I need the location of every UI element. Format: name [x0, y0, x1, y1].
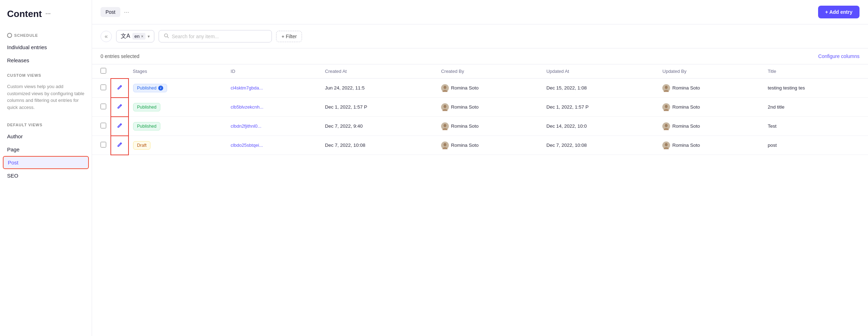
status-badge: Published — [133, 122, 160, 131]
edit-row-button[interactable] — [115, 102, 124, 112]
header-updated-at: Updated At — [542, 64, 658, 79]
row-stage-cell: Publishedi — [129, 79, 227, 98]
main-content: Post ··· + Add entry « 文A en × ▾ Search … — [92, 0, 868, 336]
row-stage-cell: Draft — [129, 136, 227, 155]
custom-views-desc: Custom views help you add customized vie… — [0, 80, 92, 116]
row-checkbox-cell — [92, 79, 111, 98]
edit-row-button[interactable] — [115, 83, 124, 93]
sidebar-item-page[interactable]: Page — [0, 143, 92, 156]
table-row: Draft clbdo25sbtqei... Dec 7, 2022, 10:0… — [92, 136, 868, 155]
updated-by-name: Romina Soto — [672, 85, 700, 91]
row-checkbox-cell — [92, 117, 111, 136]
info-icon[interactable]: i — [158, 86, 163, 91]
row-id-cell: cl4sktm7gbda... — [227, 79, 321, 98]
row-checkbox[interactable] — [101, 104, 106, 109]
row-checkbox-cell — [92, 136, 111, 155]
row-stage-cell: Published — [129, 98, 227, 117]
header-checkbox-col — [92, 64, 111, 79]
row-updated-by-cell: Romina Soto — [658, 98, 763, 117]
translate-icon: 文A — [121, 33, 130, 40]
updated-by-name: Romina Soto — [672, 104, 700, 110]
created-by-name: Romina Soto — [451, 123, 479, 129]
post-tab[interactable]: Post — [101, 7, 120, 17]
status-badge: Published — [133, 103, 160, 111]
configure-columns-link[interactable]: Configure columns — [818, 53, 860, 59]
svg-point-6 — [665, 86, 668, 89]
content-title: Content — [7, 8, 42, 19]
row-edit-cell — [111, 117, 129, 136]
row-checkbox[interactable] — [101, 123, 106, 128]
svg-line-1 — [167, 37, 169, 38]
topbar-dots-button[interactable]: ··· — [124, 8, 129, 16]
sidebar-item-post[interactable]: Post — [3, 156, 89, 169]
row-edit-cell — [111, 136, 129, 155]
filter-button[interactable]: + Filter — [276, 31, 302, 42]
edit-row-button[interactable] — [115, 140, 124, 150]
svg-point-18 — [665, 124, 668, 127]
row-id-cell: clbdo25sbtqei... — [227, 136, 321, 155]
sidebar-item-releases[interactable]: Releases — [0, 54, 92, 67]
row-edit-cell — [111, 79, 129, 98]
sidebar-dots-menu[interactable]: ··· — [45, 10, 51, 18]
header-updated-by: Updated By — [658, 64, 763, 79]
sidebar: Content ··· SCHEDULE Individual entries … — [0, 0, 92, 336]
table-area: 0 entries selected Configure columns Sta… — [92, 48, 868, 336]
table-row: Publishedi cl4sktm7gbda... Jun 24, 2022,… — [92, 79, 868, 98]
lang-remove-button[interactable]: × — [141, 34, 143, 39]
svg-point-9 — [444, 105, 446, 108]
row-updated-by-cell: Romina Soto — [658, 117, 763, 136]
lang-code: en — [135, 34, 139, 39]
filter-row: « 文A en × ▾ Search for any item... + Fil… — [92, 24, 868, 48]
row-title-cell: 2nd title — [764, 98, 868, 117]
svg-point-3 — [444, 86, 446, 89]
select-all-checkbox[interactable] — [101, 68, 106, 74]
sidebar-item-seo[interactable]: SEO — [0, 169, 92, 182]
edit-row-button[interactable] — [115, 121, 124, 131]
collapse-sidebar-button[interactable]: « — [101, 31, 112, 42]
clock-icon — [7, 33, 12, 38]
row-checkbox[interactable] — [101, 142, 106, 147]
row-updated-by-cell: Romina Soto — [658, 79, 763, 98]
header-edit-col — [111, 64, 129, 79]
default-views-label: DEFAULT VIEWS — [0, 116, 92, 130]
svg-point-21 — [444, 143, 446, 146]
search-box[interactable]: Search for any item... — [159, 30, 272, 42]
table-row: Published clb5blvzekcnh... Dec 1, 2022, … — [92, 98, 868, 117]
row-id-cell: clb5blvzekcnh... — [227, 98, 321, 117]
topbar: Post ··· + Add entry — [92, 0, 868, 24]
row-updated-at-cell: Dec 14, 2022, 10:0 — [542, 117, 658, 136]
entries-count: 0 entries selected — [101, 53, 139, 59]
chevron-down-icon[interactable]: ▾ — [148, 34, 150, 39]
status-badge: Publishedi — [133, 84, 167, 92]
language-selector[interactable]: 文A en × ▾ — [116, 30, 154, 42]
chevron-left-icon: « — [105, 33, 108, 40]
row-created-by-cell: Romina Soto — [437, 98, 542, 117]
row-id-cell: clbdn2fjithnl0... — [227, 117, 321, 136]
row-title-cell: testing testing tes — [764, 79, 868, 98]
created-by-name: Romina Soto — [451, 104, 479, 110]
row-created-at-cell: Dec 7, 2022, 9:40 — [321, 117, 437, 136]
custom-views-label: CUSTOM VIEWS — [0, 67, 92, 80]
status-badge: Draft — [133, 141, 150, 150]
created-by-name: Romina Soto — [451, 85, 479, 91]
add-entry-button[interactable]: + Add entry — [818, 6, 860, 18]
sidebar-title: Content ··· — [0, 8, 92, 27]
svg-point-15 — [444, 124, 446, 127]
sidebar-item-individual-entries[interactable]: Individual entries — [0, 41, 92, 54]
row-created-by-cell: Romina Soto — [437, 136, 542, 155]
row-stage-cell: Published — [129, 117, 227, 136]
svg-point-12 — [665, 105, 668, 108]
row-edit-cell — [111, 98, 129, 117]
updated-by-name: Romina Soto — [672, 143, 700, 148]
row-checkbox-cell — [92, 98, 111, 117]
lang-tag-en: en × — [132, 33, 145, 40]
entries-header: 0 entries selected Configure columns — [92, 48, 868, 64]
sidebar-item-author[interactable]: Author — [0, 130, 92, 143]
search-placeholder: Search for any item... — [172, 34, 219, 39]
row-title-cell: post — [764, 136, 868, 155]
table-row: Published clbdn2fjithnl0... Dec 7, 2022,… — [92, 117, 868, 136]
row-title-cell: Test — [764, 117, 868, 136]
header-created-at: Created At — [321, 64, 437, 79]
header-created-by: Created By — [437, 64, 542, 79]
row-checkbox[interactable] — [101, 85, 106, 90]
